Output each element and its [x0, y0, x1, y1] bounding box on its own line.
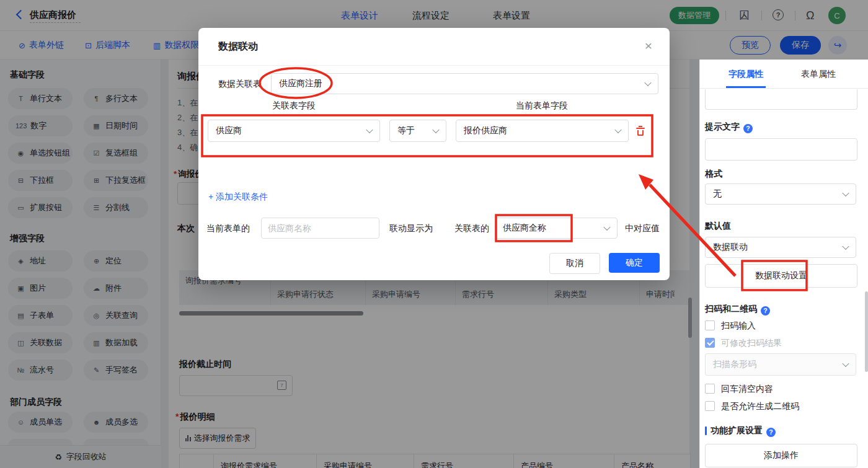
canvas-vertical-scrollbar[interactable]: [688, 298, 692, 338]
form-note-line: 2、在: [177, 110, 198, 125]
calendar-icon: 7: [277, 381, 286, 390]
field-pill[interactable]: № 流水号: [8, 360, 73, 381]
field-pill-icon: ☻: [91, 418, 102, 426]
field-pill-label: 关联数据: [30, 337, 62, 348]
recycle-icon: ♻: [55, 453, 62, 462]
toolbar-link[interactable]: ⊘ 表单外链: [19, 31, 64, 60]
field-pill[interactable]: 123 数字: [8, 115, 73, 136]
scan-input-checkbox[interactable]: [705, 320, 715, 330]
field-pill[interactable]: ▥ 数据加载: [84, 332, 148, 353]
default-value-select[interactable]: 数据联动: [705, 237, 856, 258]
clear-on-enter-label: 回车清空内容: [721, 384, 773, 394]
extension-section-label: 功能扩展设置?: [711, 425, 776, 436]
toolbar-link[interactable]: ⊡ 后端脚本: [85, 31, 130, 60]
topbar-divider: [725, 11, 726, 20]
deadline-date-input[interactable]: 7: [179, 375, 293, 396]
bar-chart-icon: [185, 435, 191, 441]
toolbar-link-label: 后端脚本: [95, 40, 130, 51]
user-avatar[interactable]: C: [828, 7, 846, 24]
field-pill[interactable]: ◫ 关联数据: [8, 332, 73, 353]
field-pill[interactable]: ⊕ 定位: [84, 250, 148, 272]
toolbar-link[interactable]: ▥ 数据权限: [153, 31, 199, 60]
field-pill[interactable]: ☺ 成员单选: [8, 412, 73, 433]
table-header-cell: 需求行号: [414, 454, 514, 468]
clear-on-enter-checkbox[interactable]: [705, 384, 715, 394]
link-table-select[interactable]: 供应商注册: [271, 73, 658, 94]
notification-bell-icon[interactable]: Ω: [806, 8, 814, 23]
field-pill[interactable]: ⊟ 下拉框: [8, 170, 73, 191]
field-pill-icon: ☰: [91, 204, 102, 212]
field-pill[interactable]: ✎ 手写签名: [84, 360, 148, 381]
field-pill-icon: ◫: [16, 339, 26, 347]
modal-title: 数据联动: [218, 28, 258, 65]
quote-detail-table-header[interactable]: 询报价需求编号采购申请编号需求行号产品编号产品名称: [179, 454, 691, 468]
address-book-icon[interactable]: 囚: [739, 8, 750, 23]
current-field-select[interactable]: 报价供应商: [456, 120, 629, 142]
display-as-label: 联动显示为: [389, 218, 433, 239]
hint-text-input[interactable]: [705, 138, 857, 161]
enhanced-fields-list: ◈ 地址 ⊕ 定位 ▣ 图片 ☁ 附件: [8, 250, 157, 381]
field-pill-icon: ⊞: [91, 177, 102, 185]
member-fields-list: ☺ 成员单选 ☻ 成员多选: [8, 412, 157, 433]
related-field-select[interactable]: 供应商: [208, 120, 380, 142]
main-tab[interactable]: 流程设定: [411, 0, 451, 31]
format-select[interactable]: 无: [705, 183, 856, 205]
field-pill[interactable]: ◈ 地址: [8, 250, 73, 272]
close-icon[interactable]: ×: [641, 38, 656, 53]
field-pill[interactable]: ☰ 分割线: [84, 197, 148, 218]
main-tab[interactable]: 表单设计: [340, 0, 379, 31]
share-icon[interactable]: ↪: [828, 36, 847, 55]
field-pill[interactable]: ▣ 图片: [8, 278, 73, 299]
cancel-button[interactable]: 取消: [549, 253, 600, 274]
section-accent-bar: [705, 426, 707, 435]
field-pill[interactable]: ◎ 关联查询: [84, 305, 148, 326]
field-pill[interactable]: ▭ 扩展按钮: [8, 197, 73, 218]
display-field-select[interactable]: 供应商全称: [495, 218, 618, 239]
add-action-button[interactable]: 添加操作: [705, 444, 857, 467]
help-icon[interactable]: ?: [761, 306, 770, 316]
panel-tab[interactable]: 字段属性: [726, 60, 766, 88]
chevron-down-icon: [644, 79, 651, 86]
field-pill[interactable]: ◉ 单选按钮组: [8, 143, 73, 164]
detail-label: *报价明细: [175, 412, 215, 423]
form-designer-screen: 供应商报价 表单设计流程设定表单设置 数据管理 囚 ? Ω C ⊘ 表单外链 ⊡…: [0, 0, 868, 468]
field-pill-label: 成员多选: [105, 417, 138, 428]
field-pill-label: 下拉复选框: [105, 175, 146, 186]
field-pill-label: 数字: [30, 120, 46, 131]
table-horizontal-scrollbar[interactable]: [179, 311, 363, 316]
editable-scan-checkbox[interactable]: [705, 338, 715, 348]
field-pill[interactable]: ▤ 子表单: [8, 305, 73, 326]
field-pill[interactable]: ¶ 多行文本: [84, 88, 148, 109]
allow-qr-checkbox[interactable]: [705, 401, 715, 411]
panel-scrollbar[interactable]: [865, 291, 868, 372]
data-manage-button[interactable]: 数据管理: [670, 7, 719, 24]
operator-select[interactable]: 等于: [389, 120, 446, 142]
add-condition-link[interactable]: + 添加关联条件: [208, 192, 268, 203]
field-recycle-bin[interactable]: ♻ 字段回收站: [0, 445, 161, 468]
main-tab[interactable]: 表单设置: [492, 0, 531, 31]
field-library-sidebar: 基础字段 T 单行文本 ¶ 多行文本 123 数字 ▦: [0, 60, 161, 468]
panel-tab[interactable]: 表单属性: [799, 60, 838, 88]
help-icon[interactable]: ?: [743, 124, 753, 133]
current-field-input[interactable]: [261, 218, 379, 239]
help-icon[interactable]: ?: [766, 428, 776, 437]
field-pill[interactable]: ☻ 成员多选: [84, 412, 148, 433]
field-pill-icon: ◈: [16, 257, 26, 265]
confirm-button[interactable]: 确定: [609, 253, 660, 273]
save-button[interactable]: 保存: [780, 36, 821, 55]
field-pill[interactable]: ▦ 日期时间: [84, 115, 148, 136]
delete-condition-icon[interactable]: [636, 126, 645, 136]
basic-fields-list: T 单行文本 ¶ 多行文本 123 数字 ▦ 日期时间: [8, 88, 157, 218]
select-demand-button[interactable]: 选择询报价需求: [179, 428, 256, 449]
panel-partial-input[interactable]: [705, 89, 857, 110]
field-pill[interactable]: ☑ 复选框组: [84, 143, 148, 164]
field-pill[interactable]: ⊞ 下拉复选框: [84, 170, 148, 191]
field-pill-label: 附件: [105, 283, 122, 294]
field-pill[interactable]: ☁ 附件: [84, 278, 148, 299]
preview-button[interactable]: 预览: [730, 36, 771, 55]
field-pill[interactable]: T 单行文本: [8, 88, 73, 109]
chevron-down-icon: [432, 126, 439, 133]
topbar-divider: [761, 11, 762, 20]
help-icon[interactable]: ?: [773, 9, 784, 20]
data-linkage-settings-button[interactable]: 数据联动设置: [705, 264, 857, 288]
